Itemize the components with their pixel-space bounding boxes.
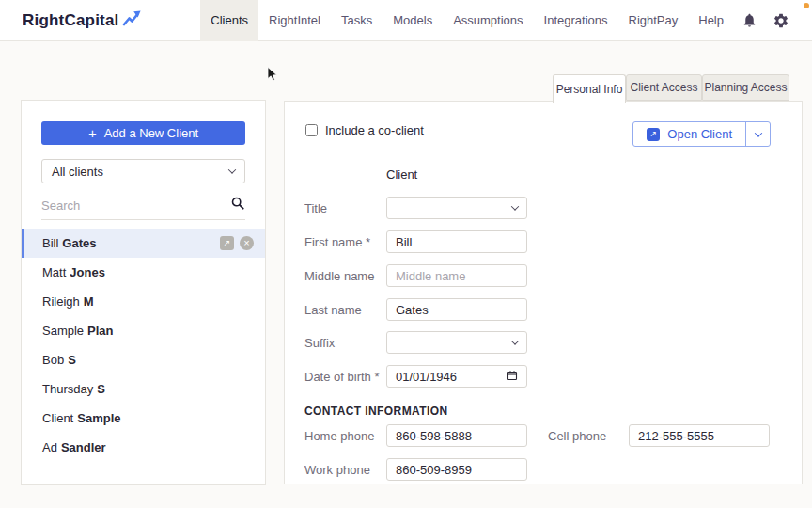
nav-item-help[interactable]: Help <box>688 0 734 41</box>
client-filter-value: All clients <box>52 165 103 179</box>
client-column-heading: Client <box>386 167 417 182</box>
client-first-name: Rileigh <box>42 294 80 309</box>
add-new-client-button[interactable]: + Add a New Client <box>41 121 245 145</box>
nav-item-integrations[interactable]: Integrations <box>534 0 618 41</box>
date-of-birth-label: Date of birth * <box>304 370 386 384</box>
nav-item-assumptions[interactable]: Assumptions <box>443 0 533 41</box>
personal-info-panel: Include a co-client ↗ Open Client Client… <box>284 101 803 484</box>
nav-item-tasks[interactable]: Tasks <box>331 0 383 41</box>
deselect-client-icon[interactable]: × <box>240 236 254 250</box>
home-cell-phone-row: Home phone Cell phone <box>304 424 770 447</box>
include-co-client-label: Include a co-client <box>325 123 424 137</box>
client-search <box>41 191 245 220</box>
logo-trend-arrow-icon <box>121 9 142 31</box>
date-of-birth-value: 01/01/1946 <box>396 370 457 384</box>
title-field-row: Title <box>304 197 527 219</box>
client-list-item-thursday-s[interactable]: Thursday S <box>22 374 265 404</box>
date-of-birth-field-row: Date of birth * 01/01/1946 <box>304 365 527 388</box>
middle-name-input[interactable] <box>386 264 527 287</box>
client-first-name: Ad <box>42 440 57 454</box>
last-name-input[interactable] <box>386 298 527 321</box>
status-notification-dot <box>804 3 809 8</box>
client-first-name: Client <box>42 411 73 425</box>
tab-personal-info[interactable]: Personal Info <box>553 74 626 103</box>
chevron-down-icon <box>511 337 519 344</box>
client-list-panel: + Add a New Client All clients Bill Gate… <box>21 100 266 485</box>
work-phone-input[interactable] <box>386 458 527 481</box>
logo-text: RightCapital <box>23 11 119 30</box>
client-last-name: Plan <box>87 324 113 338</box>
work-phone-row: Work phone <box>304 458 527 481</box>
calendar-icon[interactable] <box>507 370 518 384</box>
client-first-name: Matt <box>42 265 66 279</box>
settings-gear-icon[interactable] <box>765 0 797 41</box>
include-co-client-checkbox[interactable] <box>305 124 318 136</box>
nav-item-clients[interactable]: Clients <box>200 0 258 41</box>
client-list-item-client-sample[interactable]: Client Sample <box>22 404 265 433</box>
client-last-name: M <box>84 294 94 309</box>
search-input[interactable] <box>41 198 225 213</box>
suffix-field-row: Suffix <box>304 331 527 354</box>
client-last-name: S <box>68 353 76 367</box>
plus-icon: + <box>88 126 97 140</box>
client-list-item-bob-s[interactable]: Bob S <box>22 345 265 374</box>
client-last-name: Sample <box>77 411 120 425</box>
home-phone-input[interactable] <box>386 424 527 447</box>
client-first-name: Bob <box>42 353 64 367</box>
work-phone-label: Work phone <box>304 463 386 477</box>
cell-phone-input[interactable] <box>629 424 770 447</box>
nav-item-models[interactable]: Models <box>383 0 443 41</box>
client-list-item-rileigh-m[interactable]: Rileigh M <box>22 287 265 316</box>
top-navigation-bar: RightCapital Clients RightIntel Tasks Mo… <box>0 0 812 41</box>
client-last-name: Jones <box>70 265 105 279</box>
main-nav: Clients RightIntel Tasks Models Assumpti… <box>200 0 797 41</box>
client-first-name: Thursday <box>42 382 93 396</box>
first-name-field-row: First name * <box>304 230 527 253</box>
open-client-shortcut-icon[interactable]: ↗ <box>220 236 234 250</box>
middle-name-label: Middle name <box>304 269 386 283</box>
home-phone-label: Home phone <box>304 429 386 443</box>
client-list-item-sample-plan[interactable]: Sample Plan <box>22 316 265 345</box>
client-list-item-bill-gates[interactable]: Bill Gates ↗ × <box>22 229 265 258</box>
client-first-name: Bill <box>42 236 58 250</box>
cell-phone-label: Cell phone <box>548 429 629 443</box>
first-name-label: First name * <box>304 235 386 249</box>
notifications-bell-icon[interactable] <box>734 0 765 41</box>
client-list-item-matt-jones[interactable]: Matt Jones <box>22 258 265 287</box>
client-list: Bill Gates ↗ × Matt Jones Rileigh M Samp… <box>22 229 265 462</box>
client-last-name: S <box>97 382 105 396</box>
co-client-row: Include a co-client <box>305 123 424 137</box>
suffix-label: Suffix <box>304 336 386 350</box>
suffix-select[interactable] <box>386 331 527 354</box>
chevron-down-icon <box>228 166 236 173</box>
title-label: Title <box>304 201 386 215</box>
nav-item-rightpay[interactable]: RightPay <box>618 0 689 41</box>
nav-item-rightintel[interactable]: RightIntel <box>258 0 331 41</box>
client-first-name: Sample <box>42 324 84 338</box>
middle-name-field-row: Middle name <box>304 264 527 287</box>
client-list-item-ad-sandler[interactable]: Ad Sandler <box>22 433 265 462</box>
tab-client-access[interactable]: Client Access <box>626 74 702 101</box>
last-name-label: Last name <box>304 303 386 317</box>
date-of-birth-input[interactable]: 01/01/1946 <box>386 365 527 388</box>
mouse-cursor <box>267 67 279 87</box>
first-name-input[interactable] <box>386 230 527 253</box>
open-client-label: Open Client <box>667 127 732 141</box>
chevron-down-icon <box>754 129 761 136</box>
search-icon[interactable] <box>230 196 245 214</box>
chevron-down-icon <box>511 202 519 210</box>
title-select[interactable] <box>386 197 527 219</box>
contact-information-heading: CONTACT INFORMATION <box>304 405 447 418</box>
open-client-dropdown-caret[interactable] <box>745 122 770 146</box>
rightcapital-logo[interactable]: RightCapital <box>23 9 142 31</box>
open-client-button[interactable]: ↗ Open Client <box>632 121 771 147</box>
last-name-field-row: Last name <box>304 298 527 321</box>
client-last-name: Gates <box>62 236 96 250</box>
client-filter-select[interactable]: All clients <box>41 159 245 183</box>
client-last-name: Sandler <box>61 440 106 454</box>
add-new-client-label: Add a New Client <box>104 126 198 140</box>
tab-planning-access[interactable]: Planning Access <box>702 74 789 101</box>
open-in-new-icon: ↗ <box>647 128 660 141</box>
